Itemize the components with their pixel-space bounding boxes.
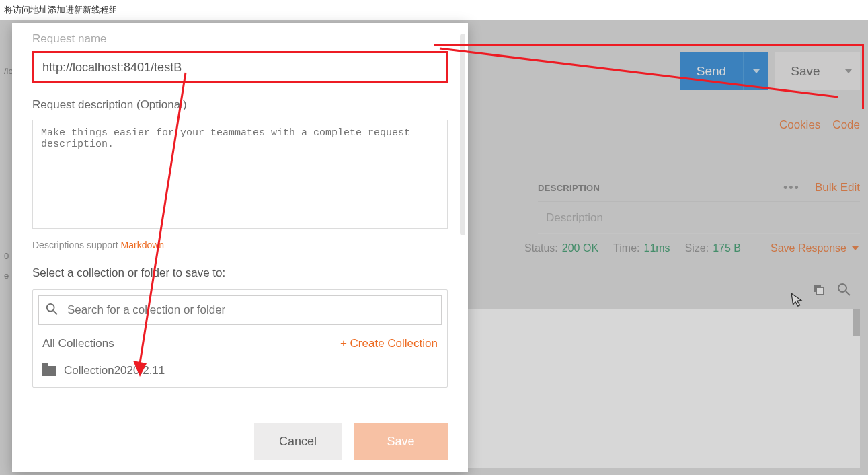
save-response-label: Save Response — [771, 242, 846, 254]
window-title: 将访问地址添加进新新线程组 — [4, 4, 118, 16]
response-meta-bar: Status: 200 OK Time: 11ms Size: 175 B Sa… — [524, 242, 859, 254]
save-dropdown-button[interactable] — [836, 52, 860, 90]
column-header-description: DESCRIPTION — [538, 183, 600, 193]
cancel-button-label: Cancel — [279, 435, 317, 449]
markdown-link[interactable]: Markdown — [121, 240, 165, 250]
cookies-link[interactable]: Cookies — [779, 118, 820, 132]
code-link[interactable]: Code — [832, 118, 860, 132]
save-button-main-label: Save — [791, 64, 820, 79]
dialog-scrollbar[interactable] — [460, 34, 465, 235]
save-button[interactable]: Save — [354, 423, 448, 460]
svg-rect-1 — [816, 287, 824, 295]
request-action-bar: Send Save — [680, 52, 860, 90]
bulk-edit-link[interactable]: Bulk Edit — [815, 181, 860, 194]
search-icon — [46, 303, 58, 318]
params-table-header: DESCRIPTION ••• Bulk Edit — [538, 174, 860, 202]
search-icon[interactable] — [837, 283, 851, 299]
dialog-body: Request name Request description (Option… — [12, 23, 468, 410]
collection-header: All Collections + Create Collection — [33, 330, 447, 357]
request-description-input[interactable] — [32, 120, 448, 229]
collection-search-row — [38, 295, 442, 325]
svg-line-3 — [846, 291, 850, 295]
params-description-placeholder: Description — [546, 211, 603, 225]
copy-icon[interactable] — [812, 283, 825, 299]
save-response-link[interactable]: Save Response — [771, 242, 859, 254]
request-name-label: Request name — [32, 32, 448, 46]
size-label: Size: — [685, 242, 709, 254]
time-value: 11ms — [643, 242, 670, 254]
markdown-note-prefix: Descriptions support — [32, 240, 121, 250]
response-tool-icons — [812, 283, 851, 299]
status-label: Status: — [524, 242, 558, 254]
dialog-footer: Cancel Save — [12, 410, 468, 472]
select-collection-label: Select a collection or folder to save to… — [32, 266, 448, 280]
cookies-code-links: Cookies Code — [779, 118, 860, 132]
chevron-down-icon — [852, 246, 859, 250]
workspace: Send Save Cookies Code DESCRIPTION ••• B… — [0, 20, 868, 475]
request-name-input[interactable] — [32, 51, 448, 83]
time-label: Time: — [613, 242, 639, 254]
collection-picker: All Collections + Create Collection Coll… — [32, 289, 448, 388]
send-dropdown-button[interactable] — [743, 52, 768, 90]
collection-search-input[interactable] — [66, 303, 434, 318]
create-collection-link[interactable]: + Create Collection — [340, 337, 438, 351]
params-description-cell[interactable]: Description — [538, 202, 860, 234]
svg-point-2 — [838, 284, 846, 292]
svg-point-4 — [47, 303, 54, 311]
save-button-label: Save — [387, 435, 414, 449]
chevron-down-icon — [753, 69, 760, 73]
send-button[interactable]: Send — [680, 52, 743, 90]
send-button-label: Send — [697, 64, 726, 79]
collection-item[interactable]: Collection2020.2.11 — [33, 357, 447, 387]
collection-item-name: Collection2020.2.11 — [64, 364, 165, 377]
size-value: 175 B — [713, 242, 741, 254]
more-actions-icon[interactable]: ••• — [783, 181, 800, 195]
save-request-dialog: Request name Request description (Option… — [12, 23, 468, 472]
all-collections-label[interactable]: All Collections — [42, 337, 114, 351]
window-title-bar: 将访问地址添加进新新线程组 — [0, 0, 868, 20]
markdown-note: Descriptions support Markdown — [32, 240, 448, 250]
request-description-label: Request description (Optional) — [32, 98, 448, 112]
status-value: 200 OK — [562, 242, 598, 254]
svg-line-5 — [54, 310, 57, 314]
save-button-main[interactable]: Save — [775, 52, 836, 90]
response-scrollbar[interactable] — [853, 309, 860, 336]
cancel-button[interactable]: Cancel — [254, 423, 342, 460]
chevron-down-icon — [845, 69, 852, 73]
folder-icon — [42, 366, 56, 376]
